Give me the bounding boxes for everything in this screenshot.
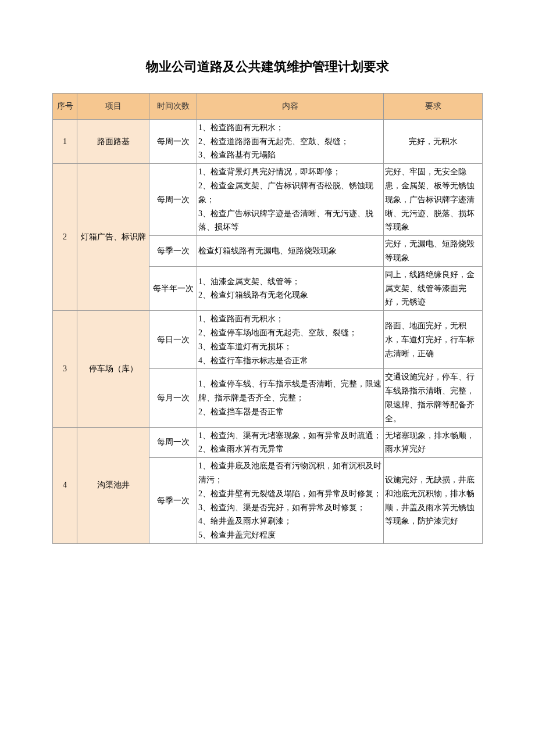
cell-req: 同上，线路绝缘良好，金属支架、线管等漆面完好，无锈迹 — [384, 266, 483, 310]
cell-req: 交通设施完好，停车、行车线路指示清晰、完整，限速牌、指示牌等配备齐全。 — [384, 369, 483, 427]
cell-item: 路面路基 — [77, 119, 149, 163]
cell-content: 1、检查背景灯具完好情况，即坏即修； 2、检查金属支架、广告标识牌有否松脱、锈蚀… — [197, 164, 384, 236]
header-freq: 时间次数 — [149, 94, 197, 120]
cell-freq: 每月一次 — [149, 369, 197, 427]
table-header-row: 序号 项目 时间次数 内容 要求 — [53, 94, 483, 120]
header-item: 项目 — [77, 94, 149, 120]
cell-seq: 1 — [53, 119, 77, 163]
maintenance-table: 序号 项目 时间次数 内容 要求 1路面路基每周一次1、检查路面有无积水； 2、… — [52, 93, 483, 544]
cell-freq: 每周一次 — [149, 119, 197, 163]
cell-content: 1、检查路面有无积水； 2、检查停车场地面有无起壳、空鼓、裂缝； 3、检查车道灯… — [197, 311, 384, 369]
table-row: 3停车场（库）每日一次1、检查路面有无积水； 2、检查停车场地面有无起壳、空鼓、… — [53, 311, 483, 369]
table-row: 1路面路基每周一次1、检查路面有无积水； 2、检查道路路面有无起壳、空鼓、裂缝；… — [53, 119, 483, 163]
cell-freq: 每季一次 — [149, 236, 197, 267]
cell-freq: 每周一次 — [149, 427, 197, 458]
page-title: 物业公司道路及公共建筑维护管理计划要求 — [52, 58, 483, 76]
cell-req: 无堵塞现象，排水畅顺，雨水箅完好 — [384, 427, 483, 458]
table-row: 4沟渠池井每周一次1、检查沟、渠有无堵塞现象，如有异常及时疏通； 2、检查雨水箅… — [53, 427, 483, 458]
cell-req: 完好，无积水 — [384, 119, 483, 163]
cell-content: 检查灯箱线路有无漏电、短路烧毁现象 — [197, 236, 384, 267]
cell-content: 1、检查停车线、行车指示线是否清晰、完整，限速牌、指示牌是否齐全、完整； 2、检… — [197, 369, 384, 427]
cell-item: 灯箱广告、标识牌 — [77, 164, 149, 311]
cell-content: 1、油漆金属支架、线管等； 2、检查灯箱线路有无老化现象 — [197, 266, 384, 310]
cell-seq: 4 — [53, 427, 77, 543]
cell-req: 完好，无漏电、短路烧毁等现象 — [384, 236, 483, 267]
cell-freq: 每季一次 — [149, 458, 197, 544]
cell-req: 设施完好，无缺损，井底和池底无沉积物，排水畅顺，井盖及雨水箅无锈蚀等现象，防护漆… — [384, 458, 483, 544]
cell-freq: 每日一次 — [149, 311, 197, 369]
table-row: 2灯箱广告、标识牌每周一次1、检查背景灯具完好情况，即坏即修； 2、检查金属支架… — [53, 164, 483, 236]
header-seq: 序号 — [53, 94, 77, 120]
cell-freq: 每周一次 — [149, 164, 197, 236]
header-content: 内容 — [197, 94, 384, 120]
cell-item: 停车场（库） — [77, 311, 149, 427]
cell-req: 路面、地面完好，无积水，车道灯完好，行车标志清晰，正确 — [384, 311, 483, 369]
header-req: 要求 — [384, 94, 483, 120]
cell-content: 1、检查井底及池底是否有污物沉积，如有沉积及时清污； 2、检查井壁有无裂缝及塌陷… — [197, 458, 384, 544]
cell-content: 1、检查路面有无积水； 2、检查道路路面有无起壳、空鼓、裂缝； 3、检查路基有无… — [197, 119, 384, 163]
cell-item: 沟渠池井 — [77, 427, 149, 543]
cell-seq: 2 — [53, 164, 77, 311]
cell-freq: 每半年一次 — [149, 266, 197, 310]
cell-content: 1、检查沟、渠有无堵塞现象，如有异常及时疏通； 2、检查雨水箅有无异常 — [197, 427, 384, 458]
cell-seq: 3 — [53, 311, 77, 427]
cell-req: 完好、牢固，无安全隐患，金属架、板等无锈蚀现象，广告标识牌字迹清晰、无污迹、脱落… — [384, 164, 483, 236]
